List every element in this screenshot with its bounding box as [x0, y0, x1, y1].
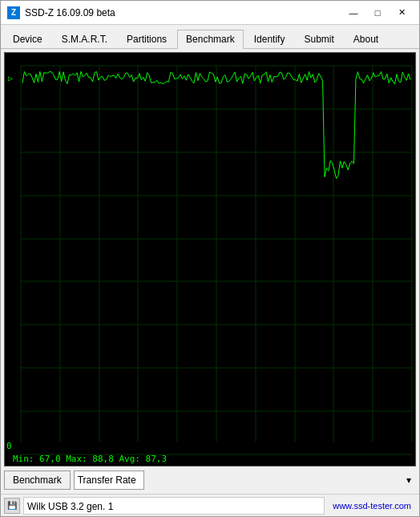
chart-stats: Min: 67,0 Max: 88,8 Avg: 87,3 — [13, 454, 167, 464]
close-button[interactable]: ✕ — [390, 4, 413, 22]
device-icon: 💾 — [4, 498, 20, 514]
tab-benchmark[interactable]: Benchmark — [177, 30, 244, 49]
benchmark-chart: 90 Work in Progress - Results Unreliable… — [4, 52, 416, 467]
window-title: SSD-Z 16.09.09 beta — [25, 7, 342, 18]
statusbar: 💾 Wilk USB 3.2 gen. 1 www.ssd-tester.com — [1, 494, 419, 516]
tab-device[interactable]: Device — [4, 30, 51, 49]
main-window: Z SSD-Z 16.09.09 beta — □ ✕ Device S.M.A… — [0, 0, 420, 517]
tab-submit[interactable]: Submit — [295, 30, 342, 49]
minimize-button[interactable]: — — [342, 4, 365, 22]
tab-identify[interactable]: Identify — [245, 30, 294, 49]
device-name: Wilk USB 3.2 gen. 1 — [23, 497, 325, 515]
main-content: 90 Work in Progress - Results Unreliable… — [1, 49, 419, 494]
website-link[interactable]: www.ssd-tester.com — [328, 501, 416, 511]
titlebar: Z SSD-Z 16.09.09 beta — □ ✕ — [1, 1, 419, 25]
tab-partitions[interactable]: Partitions — [118, 30, 176, 49]
app-icon: Z — [7, 6, 20, 19]
chart-canvas — [5, 53, 415, 466]
window-controls: — □ ✕ — [342, 4, 413, 22]
metric-dropdown[interactable]: Transfer Rate Random Read Random Write L… — [74, 471, 144, 490]
tab-about[interactable]: About — [345, 30, 387, 49]
tab-bar: Device S.M.A.R.T. Partitions Benchmark I… — [1, 25, 419, 49]
chart-y-min: 0 — [6, 441, 12, 451]
maximize-button[interactable]: □ — [366, 4, 389, 22]
tab-smart[interactable]: S.M.A.R.T. — [53, 30, 116, 49]
controls-bar: Benchmark Transfer Rate Random Read Rand… — [4, 470, 416, 491]
benchmark-button[interactable]: Benchmark — [4, 471, 71, 490]
dropdown-wrapper: Transfer Rate Random Read Random Write L… — [74, 471, 416, 490]
